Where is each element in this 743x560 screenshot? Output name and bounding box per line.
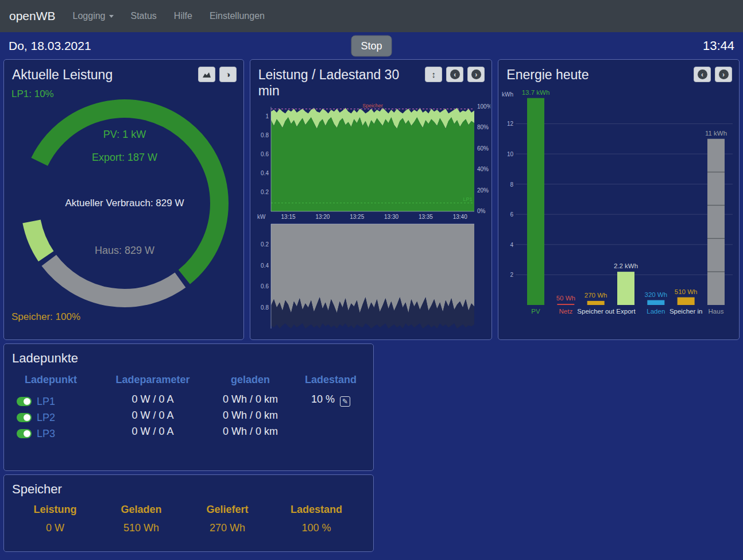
svg-text:13:25: 13:25 — [350, 214, 364, 220]
svg-text:PV: PV — [532, 308, 541, 315]
svg-text:1: 1 — [265, 113, 269, 119]
col-header-geliefert: Geliefert — [184, 504, 270, 522]
svg-text:0.2: 0.2 — [261, 189, 269, 195]
lp1-label: LP1 — [37, 396, 55, 408]
lp3-ladestand — [285, 426, 374, 442]
brand-openwb[interactable]: openWB — [9, 9, 56, 23]
lp3-geladen: 0 Wh / 0 km — [216, 426, 285, 442]
export-power-label: Export: 187 W — [16, 152, 234, 164]
card-title-energie-heute: Energie heute — [506, 67, 589, 83]
svg-text:0.4: 0.4 — [261, 262, 269, 269]
card-energie-heute: Energie heute ‹ › 24681012kWh13.7 kWhPV5… — [498, 59, 740, 340]
table-row-lp1-name: LP1 — [12, 393, 90, 410]
up-down-arrows-icon: ↕ — [432, 69, 436, 79]
topbar: Do, 18.03.2021 Stop 13:44 — [0, 32, 743, 59]
svg-text:510 Wh: 510 Wh — [675, 288, 698, 295]
stop-button[interactable]: Stop — [351, 35, 392, 56]
svg-text:20%: 20% — [477, 187, 489, 194]
lp1-parameter: 0 W / 0 A — [90, 393, 216, 410]
svg-text:Haus: Haus — [709, 308, 724, 315]
svg-text:Speicher: Speicher — [362, 103, 383, 109]
nav-item-einstellungen[interactable]: Einstellungen — [210, 11, 265, 21]
chevron-circle-left-icon: ‹ — [450, 69, 460, 79]
card-head: Aktuelle Leistung ◑ — [4, 60, 243, 83]
svg-text:Laden: Laden — [647, 308, 665, 315]
svg-text:2: 2 — [510, 272, 514, 278]
ladepunkte-table: Ladepunkt Ladeparameter geladen Ladestan… — [12, 374, 373, 442]
chart-prev-button[interactable]: ‹ — [446, 67, 463, 82]
svg-text:2.2 kWh: 2.2 kWh — [614, 262, 638, 269]
svg-text:Speicher in: Speicher in — [670, 308, 703, 315]
svg-text:Speicher out: Speicher out — [578, 308, 615, 315]
col-header-geladen: geladen — [216, 374, 285, 393]
lp1-toggle[interactable] — [17, 397, 32, 406]
svg-text:13:40: 13:40 — [452, 214, 467, 220]
chevron-circle-right-icon: › — [719, 69, 729, 79]
svg-text:0.4: 0.4 — [261, 170, 269, 176]
pv-power-label: PV: 1 kW — [16, 129, 234, 141]
nav-item-logging[interactable]: Logging — [73, 11, 114, 21]
svg-text:0.2: 0.2 — [261, 241, 269, 248]
lp2-parameter: 0 W / 0 A — [90, 410, 216, 426]
lp2-label: LP2 — [37, 412, 55, 424]
ladepunkte-title: Ladepunkte — [4, 344, 373, 366]
svg-text:40%: 40% — [477, 166, 489, 172]
lp1-ladestand: 10 %✎ — [285, 393, 374, 410]
col-header-leistung: Leistung — [12, 504, 98, 522]
speicher-geladen-value: 510 Wh — [98, 522, 184, 538]
table-row-lp3-name: LP3 — [12, 426, 90, 442]
card-ladepunkte: Ladepunkte Ladepunkt Ladeparameter gelad… — [3, 343, 374, 471]
haus-power-label: Haus: 829 W — [16, 245, 234, 257]
svg-text:12: 12 — [507, 121, 514, 127]
card-aktuelle-leistung: Aktuelle Leistung ◑ LP1: 10% PV: 1 kW Ex… — [3, 59, 244, 340]
lp3-toggle[interactable] — [17, 429, 32, 438]
svg-text:0.6: 0.6 — [261, 151, 269, 157]
energy-prev-button[interactable]: ‹ — [694, 67, 711, 82]
svg-text:4: 4 — [510, 242, 514, 248]
svg-text:80%: 80% — [477, 124, 489, 130]
chart-next-button[interactable]: › — [467, 67, 485, 82]
chevron-circle-right-icon: › — [471, 69, 481, 79]
svg-text:LP1: LP1 — [463, 196, 472, 202]
speicher-geliefert-value: 270 Wh — [184, 522, 270, 538]
svg-text:270 Wh: 270 Wh — [585, 292, 607, 299]
nav-item-status[interactable]: Status — [131, 11, 157, 21]
col-header-geladen: Geladen — [98, 504, 184, 522]
lp2-ladestand — [285, 410, 374, 426]
card-title-leistung-ladestand: Leistung / Ladestand 30 min — [258, 67, 418, 99]
energy-next-button[interactable]: › — [715, 67, 732, 82]
lp2-toggle[interactable] — [17, 413, 32, 422]
lp1-geladen: 0 Wh / 0 km — [216, 393, 285, 410]
svg-text:13:20: 13:20 — [315, 214, 330, 220]
svg-text:0.6: 0.6 — [261, 283, 269, 289]
resize-chart-button[interactable]: ↕ — [425, 67, 442, 82]
svg-text:11 kWh: 11 kWh — [705, 130, 727, 137]
svg-text:60%: 60% — [477, 145, 489, 152]
svg-text:10: 10 — [507, 151, 514, 157]
card-head: Energie heute ‹ › — [498, 60, 739, 83]
card-speicher: Speicher Leistung Geladen Geliefert Lade… — [3, 474, 374, 552]
contrast-button[interactable]: ◑ — [219, 67, 237, 82]
svg-text:0.8: 0.8 — [261, 132, 269, 138]
half-circle-icon: ◑ — [225, 69, 230, 79]
speicher-title: Speicher — [4, 475, 373, 497]
table-row-lp2-name: LP2 — [12, 410, 90, 426]
svg-text:Export: Export — [617, 308, 636, 315]
leistung-ladestand-chart: SpeicherLP110.80.60.40.20.20.40.60.8100%… — [254, 102, 490, 332]
svg-text:0%: 0% — [477, 208, 486, 214]
speicher-leistung-value: 0 W — [12, 522, 98, 538]
edit-soc-icon[interactable]: ✎ — [340, 396, 350, 407]
svg-text:kW: kW — [257, 214, 266, 220]
lp3-parameter: 0 W / 0 A — [90, 426, 216, 442]
card-head: Leistung / Ladestand 30 min ↕ ‹ › — [250, 60, 492, 99]
area-chart-icon — [202, 71, 211, 78]
svg-text:6: 6 — [510, 211, 514, 218]
svg-text:50 Wh: 50 Wh — [556, 295, 575, 302]
nav-item-hilfe[interactable]: Hilfe — [174, 11, 192, 21]
svg-text:100%: 100% — [477, 103, 490, 110]
lp2-geladen: 0 Wh / 0 km — [216, 410, 285, 426]
svg-text:8: 8 — [510, 181, 514, 188]
svg-text:13:15: 13:15 — [281, 214, 295, 220]
chart-view-button[interactable] — [198, 67, 215, 82]
verbrauch-label: Aktueller Verbrauch: 829 W — [16, 198, 234, 209]
